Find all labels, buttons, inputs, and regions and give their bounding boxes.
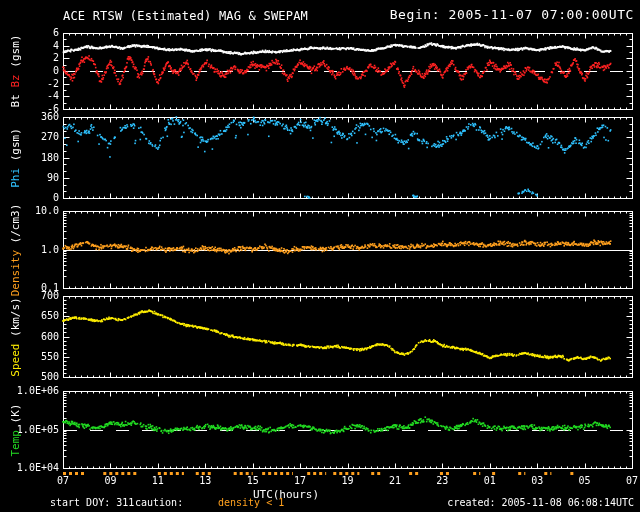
start-doy-label: start DOY: 311 — [50, 497, 134, 508]
panel-title-part: Speed — [9, 343, 22, 376]
y-tick-label: 1.0E+04 — [0, 463, 59, 473]
x-tick-label: 03 — [531, 476, 543, 486]
x-tick-label: 11 — [152, 476, 164, 486]
panel-title-phi: Phi (gsm) — [9, 128, 22, 188]
panel-title-part: Temp — [9, 430, 22, 457]
panel-title-part: (K) — [9, 403, 22, 430]
panel-title-density: Density (/cm3) — [9, 203, 22, 296]
y-tick-label: 0 — [0, 193, 59, 203]
x-tick-label: 23 — [436, 476, 448, 486]
y-tick-label: 360 — [0, 112, 59, 122]
x-tick-label: 13 — [199, 476, 211, 486]
panel-title-part: Bz — [9, 74, 22, 87]
x-tick-label: 21 — [389, 476, 401, 486]
x-tick-label: 05 — [579, 476, 591, 486]
caution-label: caution: — [135, 497, 183, 508]
panel-title-speed: Speed (km/s) — [9, 297, 22, 376]
panel-title-part: (gsm) — [9, 35, 22, 75]
panel-title-part: Phi — [9, 167, 22, 187]
panel-title-temp: Temp (K) — [9, 403, 22, 456]
panel-title-part: (/cm3) — [9, 203, 22, 249]
panel-title-part: Bt — [9, 88, 22, 108]
y-tick-label: 1.0E+06 — [0, 386, 59, 396]
x-tick-label: 07 — [57, 476, 69, 486]
x-tick-label: 09 — [104, 476, 116, 486]
panel-title-part: (gsm) — [9, 128, 22, 168]
created-timestamp: created: 2005-11-08 06:08:14UTC — [447, 497, 634, 508]
plot-canvas — [0, 0, 640, 512]
begin-timestamp: Begin: 2005-11-07 07:00:00UTC — [390, 7, 634, 22]
page-title: ACE RTSW (Estimated) MAG & SWEPAM — [63, 9, 308, 23]
x-tick-label: 01 — [484, 476, 496, 486]
caution-value-label: density < 1 — [218, 497, 284, 508]
ace-rtsw-plot: ACE RTSW (Estimated) MAG & SWEPAM Begin:… — [0, 0, 640, 512]
panel-title-bt-bz: Bt Bz (gsm) — [9, 35, 22, 108]
panel-title-part: Density — [9, 250, 22, 296]
x-tick-label: 17 — [294, 476, 306, 486]
x-tick-label: 07 — [626, 476, 638, 486]
x-tick-label: 19 — [341, 476, 353, 486]
x-tick-label: 15 — [247, 476, 259, 486]
panel-title-part: (km/s) — [9, 297, 22, 343]
